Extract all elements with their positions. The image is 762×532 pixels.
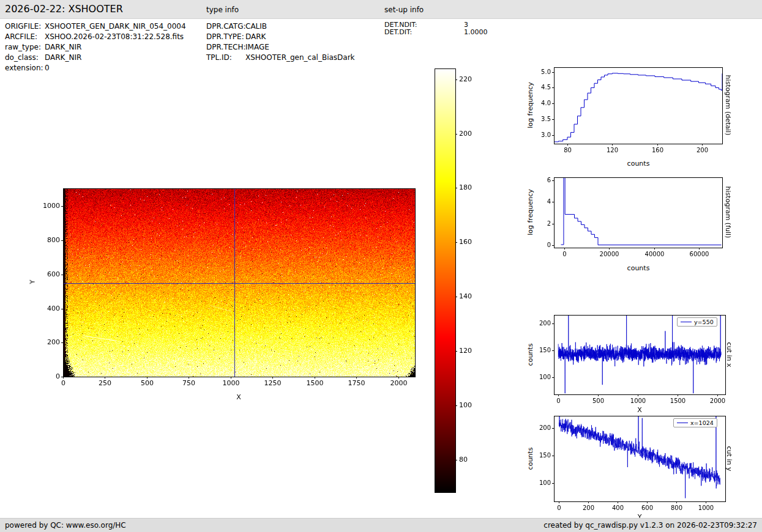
meta-label-arcfile: ARCFILE: [5,32,37,41]
meta-label-det-dit: DET.DIT: [384,28,412,36]
meta-value-origfile: XSHOOTER_GEN_DARK_NIR_054_0004 [45,22,186,31]
legend-line-icon [681,322,692,322]
meta-label-dpr-catg: DPR.CATG: [206,22,246,31]
legend-line-icon [677,423,688,423]
meta-label-tpl-id: TPL.ID: [206,53,232,62]
setup-info-heading: set-up info [384,6,424,14]
meta-value-arcfile: XSHOO.2026-02-23T08:31:22.528.fits [45,32,184,41]
main-xaxis-label: X [236,393,241,401]
hist-detail-xlabel: counts [627,160,650,168]
legend-cut-y-label: x=1024 [690,419,714,426]
qc-rawdisp-page: 2026-02-22: XSHOOTER type info set-up in… [0,0,762,532]
meta-label-raw-type: raw_type: [5,43,41,51]
meta-label-dpr-tech: DPR.TECH: [206,43,246,51]
cut-x-ylabel: counts [526,344,534,366]
footer-created-by: created by qc_rawdisp.py v1.2.3 on 2026-… [543,519,757,532]
meta-value-det-dit: 1.0000 [464,28,488,36]
raw-image-heatmap-canvas [24,179,428,406]
histogram-full-canvas [538,172,729,261]
page-title: 2026-02-22: XSHOOTER [5,3,123,15]
legend-cut-x: y=550 [677,317,717,327]
footer-powered-by: powered by QC: www.eso.org/HC [5,519,126,532]
meta-value-dpr-catg: CALIB [245,22,267,31]
hist-full-ylabel: log frequency [526,189,534,235]
meta-value-extension: 0 [45,64,50,72]
cut-y-title: cut in y [725,446,733,471]
hist-full-xlabel: counts [627,264,650,272]
hist-full-title: histogram (full) [724,187,732,238]
hist-detail-title: histogram (detail) [724,75,732,136]
header-bar: 2026-02-22: XSHOOTER type info set-up in… [0,0,762,19]
hist-detail-ylabel: log frequency [526,82,534,128]
footer-bar: powered by QC: www.eso.org/HC created by… [0,518,762,532]
colorbar-canvas [428,64,487,501]
histogram-detail-canvas [538,62,729,157]
legend-cut-x-label: y=550 [694,319,714,325]
meta-label-extension: extension: [5,64,43,72]
meta-label-do-class: do_class: [5,53,39,62]
legend-cut-y: x=1024 [673,418,717,427]
main-yaxis-label: Y [29,280,37,284]
meta-label-origfile: ORIGFILE: [5,22,41,31]
meta-value-tpl-id: XSHOOTER_gen_cal_BiasDark [245,53,355,62]
meta-value-dpr-tech: IMAGE [245,43,269,51]
cut-y-ylabel: counts [526,448,534,470]
meta-value-raw-type: DARK_NIR [45,43,81,51]
meta-label-dpr-type: DPR.TYPE: [206,32,244,41]
type-info-heading: type info [206,6,239,14]
cut-x-title: cut in x [725,342,733,368]
meta-value-dpr-type: DARK [245,32,266,41]
cut-x-xlabel: X [637,406,642,414]
meta-value-do-class: DARK_NIR [45,53,81,62]
